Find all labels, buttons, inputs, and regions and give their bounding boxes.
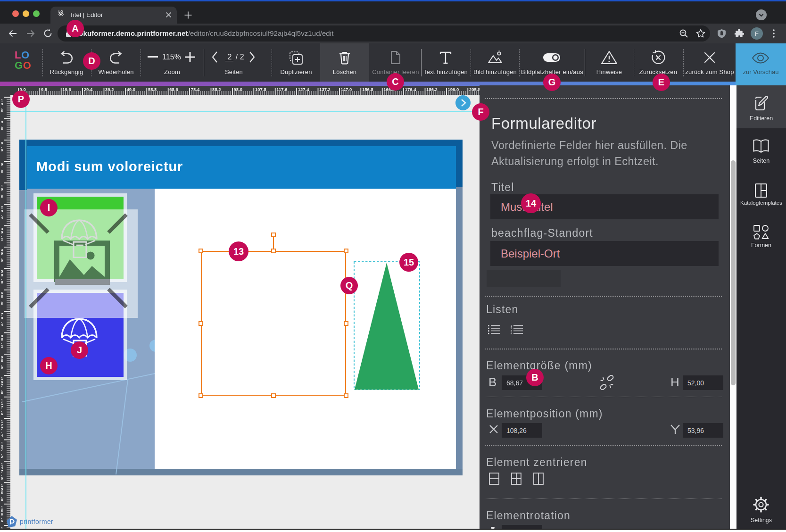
svg-text:8: 8 [1, 391, 3, 395]
svg-text:8: 8 [1, 280, 3, 284]
svg-text:4: 4 [511, 332, 512, 335]
svg-text:6: 6 [1, 108, 3, 113]
svg-text:4: 4 [1, 433, 3, 438]
svg-text:2: 2 [1, 237, 3, 241]
svg-text:2: 2 [1, 455, 3, 459]
svg-text:8: 8 [1, 498, 3, 502]
svg-text:0: 0 [1, 148, 3, 152]
svg-text:6: 6 [1, 519, 3, 523]
svg-text:4: 4 [1, 216, 3, 220]
svg-text:4: 4 [1, 323, 3, 327]
svg-text:8: 8 [1, 169, 3, 174]
svg-text:6: 6 [1, 301, 3, 306]
svg-text:0: 0 [1, 258, 3, 263]
svg-text:2: 2 [1, 344, 3, 349]
svg-text:8: 8 [1, 126, 3, 131]
svg-text:0: 0 [1, 476, 3, 481]
svg-text:6: 6 [1, 194, 3, 199]
svg-text:0: 0 [1, 366, 3, 370]
svg-text:6: 6 [1, 412, 3, 416]
